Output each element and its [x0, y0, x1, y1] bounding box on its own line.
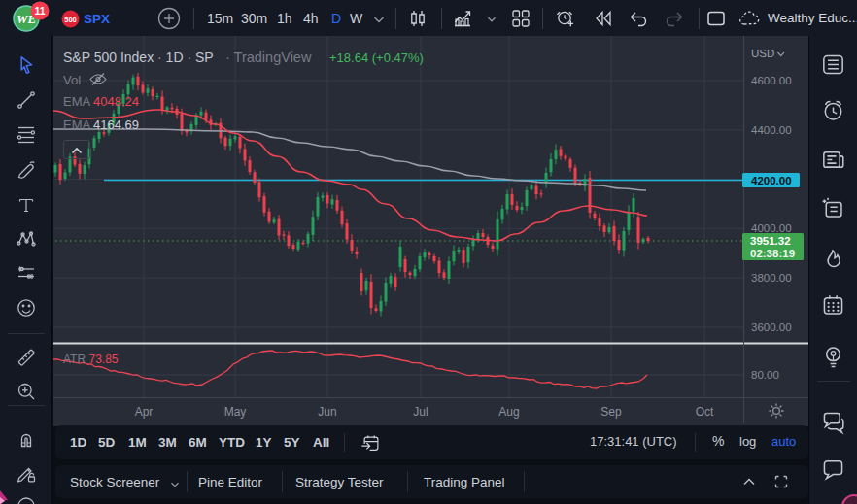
- svg-text:+18.64 (+0.47%): +18.64 (+0.47%): [329, 50, 424, 65]
- svg-text:S&P 500 Index · 1D · SP: S&P 500 Index · 1D · SP: [63, 50, 214, 65]
- svg-text:ATR 73.85: ATR 73.85: [63, 353, 119, 366]
- svg-text:USD: USD: [751, 48, 774, 59]
- svg-text:EMA 4048.24: EMA 4048.24: [63, 94, 139, 109]
- svg-text:80.00: 80.00: [751, 369, 779, 381]
- svg-text:4200.00: 4200.00: [751, 175, 792, 186]
- svg-text:Aug: Aug: [498, 405, 519, 419]
- svg-text:Jul: Jul: [413, 405, 428, 419]
- svg-text:3600.00: 3600.00: [751, 321, 792, 333]
- svg-text:4400.00: 4400.00: [751, 124, 792, 136]
- svg-text:3800.00: 3800.00: [751, 272, 792, 284]
- svg-text:3951.32: 3951.32: [750, 235, 791, 247]
- svg-text:11: 11: [34, 5, 45, 17]
- svg-text:Apr: Apr: [135, 405, 154, 419]
- svg-text:EMA 4164.69: EMA 4164.69: [63, 118, 139, 132]
- svg-text:Oct: Oct: [696, 405, 714, 419]
- svg-text:· TradingView: · TradingView: [225, 50, 312, 65]
- svg-text:Jun: Jun: [318, 405, 336, 419]
- svg-text:Sep: Sep: [600, 405, 622, 419]
- svg-text:4600.00: 4600.00: [751, 75, 792, 86]
- svg-text:May: May: [224, 405, 247, 419]
- svg-text:Vol: Vol: [63, 73, 81, 87]
- svg-text:02:38:19: 02:38:19: [750, 248, 795, 259]
- svg-text:4000.00: 4000.00: [751, 222, 792, 234]
- svg-text:500: 500: [64, 16, 77, 24]
